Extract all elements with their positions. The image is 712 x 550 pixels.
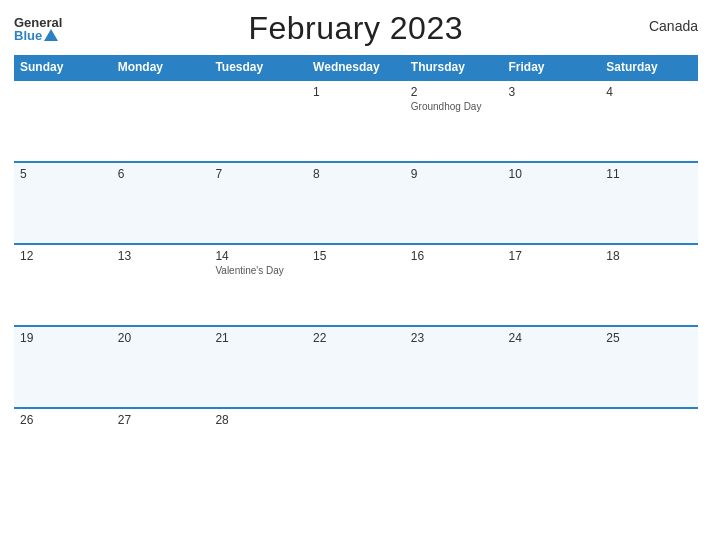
calendar-wrapper: General Blue February 2023 Canada Sunday… <box>0 0 712 550</box>
calendar-cell: 1 <box>307 80 405 162</box>
day-number: 25 <box>606 331 692 345</box>
day-number: 26 <box>20 413 106 427</box>
calendar-cell: 11 <box>600 162 698 244</box>
day-number: 3 <box>509 85 595 99</box>
calendar-title: February 2023 <box>248 10 463 47</box>
day-header-row: SundayMondayTuesdayWednesdayThursdayFrid… <box>14 55 698 80</box>
day-number: 6 <box>118 167 204 181</box>
calendar-cell: 12 <box>14 244 112 326</box>
day-number: 28 <box>215 413 301 427</box>
calendar-cell: 22 <box>307 326 405 408</box>
calendar-cell <box>405 408 503 476</box>
logo: General Blue <box>14 16 62 42</box>
calendar-cell <box>503 408 601 476</box>
day-number: 23 <box>411 331 497 345</box>
calendar-cell: 27 <box>112 408 210 476</box>
calendar-cell: 3 <box>503 80 601 162</box>
day-number: 13 <box>118 249 204 263</box>
day-number: 22 <box>313 331 399 345</box>
calendar-cell: 28 <box>209 408 307 476</box>
day-header-monday: Monday <box>112 55 210 80</box>
day-number: 14 <box>215 249 301 263</box>
day-number: 19 <box>20 331 106 345</box>
calendar-cell: 18 <box>600 244 698 326</box>
day-number: 9 <box>411 167 497 181</box>
day-number: 10 <box>509 167 595 181</box>
logo-blue-text: Blue <box>14 29 42 42</box>
day-header-sunday: Sunday <box>14 55 112 80</box>
calendar-table: SundayMondayTuesdayWednesdayThursdayFrid… <box>14 55 698 476</box>
calendar-cell: 26 <box>14 408 112 476</box>
event-label: Groundhog Day <box>411 101 497 112</box>
day-number: 1 <box>313 85 399 99</box>
calendar-cell: 17 <box>503 244 601 326</box>
logo-general-text: General <box>14 16 62 29</box>
day-header-tuesday: Tuesday <box>209 55 307 80</box>
calendar-cell <box>14 80 112 162</box>
day-number: 18 <box>606 249 692 263</box>
day-number: 12 <box>20 249 106 263</box>
day-number: 17 <box>509 249 595 263</box>
day-header-wednesday: Wednesday <box>307 55 405 80</box>
calendar-cell: 15 <box>307 244 405 326</box>
week-row-1: 12Groundhog Day34 <box>14 80 698 162</box>
calendar-cell: 21 <box>209 326 307 408</box>
day-header-thursday: Thursday <box>405 55 503 80</box>
event-label: Valentine's Day <box>215 265 301 276</box>
calendar-cell: 2Groundhog Day <box>405 80 503 162</box>
day-number: 15 <box>313 249 399 263</box>
logo-triangle-icon <box>44 29 58 41</box>
week-row-3: 121314Valentine's Day15161718 <box>14 244 698 326</box>
calendar-cell: 20 <box>112 326 210 408</box>
day-number: 2 <box>411 85 497 99</box>
week-row-4: 19202122232425 <box>14 326 698 408</box>
week-row-5: 262728 <box>14 408 698 476</box>
day-header-friday: Friday <box>503 55 601 80</box>
calendar-cell <box>600 408 698 476</box>
day-number: 5 <box>20 167 106 181</box>
week-row-2: 567891011 <box>14 162 698 244</box>
calendar-cell: 16 <box>405 244 503 326</box>
calendar-cell: 5 <box>14 162 112 244</box>
calendar-cell: 9 <box>405 162 503 244</box>
calendar-header: General Blue February 2023 Canada <box>14 10 698 47</box>
calendar-cell: 19 <box>14 326 112 408</box>
day-number: 11 <box>606 167 692 181</box>
day-number: 16 <box>411 249 497 263</box>
day-number: 7 <box>215 167 301 181</box>
calendar-cell: 23 <box>405 326 503 408</box>
calendar-cell: 6 <box>112 162 210 244</box>
day-number: 24 <box>509 331 595 345</box>
calendar-cell: 24 <box>503 326 601 408</box>
day-number: 8 <box>313 167 399 181</box>
calendar-cell: 14Valentine's Day <box>209 244 307 326</box>
calendar-cell <box>209 80 307 162</box>
calendar-cell <box>112 80 210 162</box>
day-header-saturday: Saturday <box>600 55 698 80</box>
calendar-cell: 8 <box>307 162 405 244</box>
day-number: 27 <box>118 413 204 427</box>
calendar-cell: 7 <box>209 162 307 244</box>
day-number: 4 <box>606 85 692 99</box>
day-number: 20 <box>118 331 204 345</box>
calendar-cell: 4 <box>600 80 698 162</box>
calendar-cell <box>307 408 405 476</box>
day-number: 21 <box>215 331 301 345</box>
calendar-cell: 25 <box>600 326 698 408</box>
country-label: Canada <box>649 18 698 34</box>
calendar-cell: 10 <box>503 162 601 244</box>
calendar-cell: 13 <box>112 244 210 326</box>
